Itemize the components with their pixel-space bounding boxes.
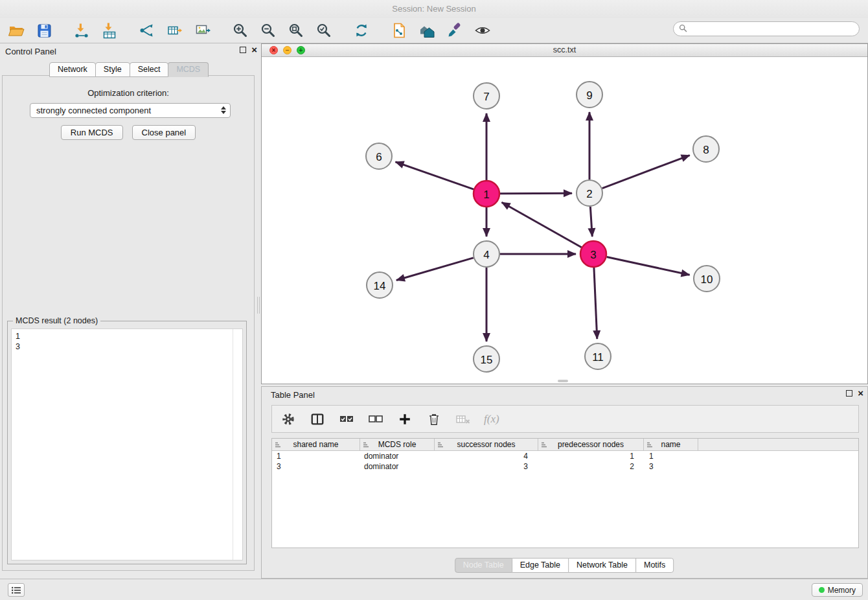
minimize-window-icon[interactable] [283, 46, 291, 54]
export-image-icon[interactable] [193, 21, 212, 40]
list-icon [11, 586, 21, 595]
sort-icon [437, 441, 444, 450]
column-header-mcds-role[interactable]: MCDS role [360, 439, 435, 450]
result-item[interactable]: 1 [12, 329, 242, 341]
show-columns-icon[interactable] [309, 411, 326, 428]
import-network-icon[interactable] [72, 21, 91, 40]
control-panel-title: Control Panel [5, 47, 56, 56]
graph-edge-3-11[interactable] [594, 268, 597, 339]
tab-style[interactable]: Style [95, 62, 130, 77]
svg-text:9: 9 [586, 89, 592, 102]
column-header-shared-name[interactable]: shared name [272, 439, 360, 450]
save-session-icon[interactable] [34, 21, 54, 40]
mcds-result-list[interactable]: 1 3 [11, 329, 243, 560]
result-item[interactable]: 3 [12, 341, 242, 352]
open-session-icon[interactable] [6, 21, 26, 40]
deselect-all-icon[interactable] [367, 411, 384, 428]
zoom-selected-icon[interactable] [314, 21, 334, 40]
svg-text:4: 4 [483, 249, 489, 261]
graph-node-4[interactable]: 4 [474, 241, 499, 267]
add-column-icon[interactable] [396, 411, 413, 428]
graph-edge-3-1[interactable] [502, 202, 582, 247]
canvas-scroll-nub[interactable] [558, 380, 568, 382]
graph-edge-3-10[interactable] [607, 257, 690, 275]
function-builder-icon: f(x) [484, 413, 499, 426]
graph-node-2[interactable]: 2 [577, 180, 602, 206]
float-table-panel-icon[interactable] [846, 390, 852, 397]
optimization-criterion-dropdown[interactable]: strongly connected component [30, 103, 231, 118]
table-row[interactable]: 3 dominator 3 2 3 [272, 461, 858, 472]
eye-icon[interactable] [473, 21, 492, 40]
search-icon [679, 24, 687, 34]
graph-node-3[interactable]: 3 [580, 241, 606, 267]
tab-select[interactable]: Select [130, 62, 169, 77]
close-table-panel-icon[interactable]: × [858, 390, 863, 397]
zoom-fit-icon[interactable] [286, 21, 306, 40]
tab-edge-table[interactable]: Edge Table [512, 558, 569, 573]
column-header-successor-nodes[interactable]: successor nodes [435, 439, 538, 450]
run-mcds-button[interactable]: Run MCDS [61, 125, 123, 140]
close-window-icon[interactable] [269, 46, 278, 54]
zoom-in-icon[interactable] [231, 21, 250, 40]
graph-edge-4-14[interactable] [396, 258, 474, 281]
style-icon[interactable] [445, 21, 464, 40]
network-window-title: scc.txt [553, 45, 576, 54]
delete-column-icon[interactable] [426, 411, 442, 428]
svg-text:2: 2 [586, 188, 592, 200]
maximize-window-icon[interactable] [297, 46, 305, 54]
float-panel-icon[interactable] [240, 47, 246, 53]
graph-node-6[interactable]: 6 [366, 143, 392, 169]
network-canvas[interactable]: 7968124314101511 [262, 57, 867, 384]
memory-label: Memory [828, 586, 856, 595]
tab-network-table[interactable]: Network Table [568, 558, 636, 573]
table-panel: Table Panel × [261, 386, 868, 579]
panel-splitter-grip[interactable] [257, 297, 260, 314]
table-toolbar: f(x) [271, 405, 859, 433]
import-table-icon[interactable] [100, 21, 119, 40]
result-scrollbar[interactable] [233, 329, 242, 560]
tab-mcds[interactable]: MCDS [168, 62, 209, 77]
tab-node-table[interactable]: Node Table [455, 558, 512, 573]
network-window-titlebar[interactable]: scc.txt [262, 44, 867, 57]
select-all-icon[interactable] [338, 411, 355, 428]
graph-edge-1-6[interactable] [395, 162, 474, 189]
search-field[interactable] [673, 21, 860, 36]
close-panel-icon[interactable]: × [251, 47, 257, 53]
column-header-name[interactable]: name [644, 439, 698, 450]
mcds-panel: Optimization criterion: strongly connect… [2, 75, 255, 571]
graph-node-1[interactable]: 1 [474, 181, 499, 207]
graph-node-10[interactable]: 10 [694, 266, 720, 292]
graph-node-15[interactable]: 15 [474, 346, 499, 372]
close-panel-button[interactable]: Close panel [132, 125, 196, 140]
column-settings-gear-icon[interactable] [280, 411, 297, 428]
delete-table-icon-disabled [455, 411, 472, 428]
table-row[interactable]: 1 dominator 4 1 1 [272, 451, 858, 461]
export-table-icon[interactable] [165, 21, 185, 40]
graph-node-14[interactable]: 14 [367, 272, 393, 298]
memory-status-icon [819, 587, 825, 593]
sort-icon [646, 441, 654, 450]
graph-node-11[interactable]: 11 [585, 343, 611, 369]
search-input[interactable] [691, 25, 854, 34]
tab-motifs[interactable]: Motifs [635, 558, 674, 573]
graph-node-7[interactable]: 7 [474, 83, 499, 109]
network-graph: 7968124314101511 [262, 57, 867, 384]
graph-edge-1-2[interactable] [500, 193, 572, 194]
task-history-button[interactable] [8, 583, 25, 597]
sort-icon [541, 441, 548, 450]
column-header-predecessor-nodes[interactable]: predecessor nodes [538, 439, 644, 450]
zoom-out-icon[interactable] [258, 21, 278, 40]
home-icon[interactable] [417, 21, 437, 40]
memory-button[interactable]: Memory [812, 583, 863, 597]
new-network-icon[interactable] [137, 21, 157, 40]
graph-edge-2-3[interactable] [590, 207, 592, 237]
network-file-icon[interactable] [389, 21, 409, 40]
dropdown-value: strongly connected component [36, 106, 151, 115]
graph-node-8[interactable]: 8 [693, 136, 719, 162]
window-titlebar: Session: New Session [0, 0, 868, 18]
tab-network[interactable]: Network [49, 62, 96, 77]
refresh-icon[interactable] [352, 21, 371, 40]
graph-edge-2-8[interactable] [602, 156, 690, 189]
svg-text:11: 11 [592, 351, 604, 363]
graph-node-9[interactable]: 9 [577, 82, 602, 108]
